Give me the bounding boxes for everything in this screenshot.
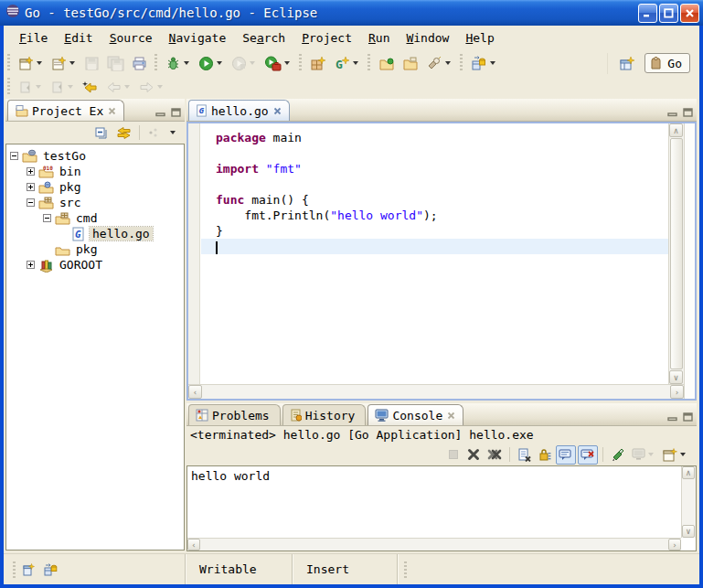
maximize-view-icon[interactable] — [171, 108, 181, 117]
previous-annotation-button[interactable] — [16, 78, 46, 97]
history-tab[interactable]: History — [282, 404, 367, 425]
terminate-button[interactable] — [444, 445, 463, 464]
collapse-all-button[interactable] — [91, 123, 112, 143]
open-folder-button[interactable] — [399, 53, 421, 74]
toolbar-drag-handle[interactable] — [154, 54, 158, 72]
open-console-button[interactable] — [660, 445, 690, 465]
tree-item-goroot[interactable]: GOROOT — [6, 257, 184, 273]
editor-tab-hello-go[interactable]: G hello.go — [188, 100, 290, 121]
menu-help[interactable]: Help — [457, 28, 502, 48]
new-wizard-button[interactable] — [16, 53, 47, 74]
console-horizontal-scrollbar[interactable]: ‹ › — [187, 538, 681, 551]
toolbar-drag-handle[interactable] — [6, 78, 11, 96]
collapse-expander-icon[interactable] — [43, 214, 51, 222]
new-go-element-button[interactable]: G — [331, 53, 363, 74]
toolbar-drag-handle[interactable] — [6, 54, 11, 72]
minimize-button[interactable] — [638, 4, 657, 23]
tree-item-src[interactable]: src — [6, 195, 184, 210]
tree-item-bin[interactable]: 010 bin — [6, 164, 184, 179]
import-folder-button[interactable] — [376, 53, 398, 74]
show-stderr-icon — [581, 448, 595, 462]
close-tab-icon[interactable] — [446, 411, 456, 421]
statusbar-drag-handle[interactable] — [404, 561, 409, 578]
profile-button[interactable] — [229, 53, 260, 74]
tree-item-pkg2[interactable]: pkg — [6, 241, 184, 257]
save-button[interactable] — [81, 53, 102, 74]
menu-source[interactable]: Source — [101, 28, 161, 48]
expand-expander-icon[interactable] — [27, 261, 35, 269]
maximize-view-icon[interactable] — [683, 108, 693, 117]
debug-button[interactable] — [163, 53, 194, 74]
tree-item-testGo[interactable]: testGo — [6, 148, 184, 164]
console-vertical-scrollbar[interactable]: ∧ ∨ — [681, 466, 696, 538]
save-all-icon — [107, 56, 124, 71]
filters-button[interactable] — [144, 123, 163, 142]
maximize-button[interactable] — [659, 4, 678, 23]
new-project-button[interactable] — [307, 53, 329, 74]
minimize-view-icon[interactable] — [667, 108, 678, 117]
menu-navigate[interactable]: Navigate — [161, 28, 235, 48]
tree-item-cmd[interactable]: cmd — [6, 210, 184, 226]
explorer-toolbar — [5, 122, 185, 144]
clear-console-button[interactable] — [515, 445, 534, 465]
menu-file[interactable]: File — [11, 28, 56, 48]
code-editor[interactable]: package main import "fmt" func main() { … — [186, 122, 697, 401]
external-tools-button[interactable] — [261, 53, 294, 74]
link-with-editor-button[interactable] — [113, 123, 134, 143]
menu-window[interactable]: Window — [398, 28, 457, 48]
toolbar-drag-handle[interactable] — [459, 54, 463, 72]
problems-tab[interactable]: Problems — [188, 404, 281, 425]
close-button[interactable] — [680, 4, 699, 23]
console-tab[interactable]: Console — [367, 404, 463, 425]
run-button[interactable] — [196, 53, 227, 74]
launch-progress-button[interactable] — [40, 560, 61, 580]
display-selected-console-button[interactable] — [629, 445, 658, 464]
menu-project[interactable]: Project — [293, 28, 360, 48]
console-tabbar: Problems History Console — [186, 403, 697, 426]
go-perspective-button[interactable]: Go — [644, 53, 690, 73]
close-icon — [685, 8, 695, 18]
remove-launch-button[interactable] — [464, 445, 483, 464]
next-annotation-button[interactable] — [48, 78, 78, 97]
show-stdout-toggle[interactable] — [556, 445, 576, 465]
console-output-area[interactable]: hello world ∧ ∨ ‹ › — [186, 465, 697, 551]
remove-all-terminated-button[interactable] — [485, 445, 505, 464]
menu-edit[interactable]: Edit — [56, 28, 101, 48]
collapse-expander-icon[interactable] — [27, 198, 35, 207]
statusbar-drag-handle[interactable] — [13, 561, 17, 578]
fast-view-button[interactable] — [18, 560, 38, 580]
go-file-icon: G — [71, 227, 87, 241]
last-edit-location-button[interactable] — [80, 78, 101, 97]
menu-run[interactable]: Run — [360, 28, 398, 48]
show-stderr-toggle[interactable] — [578, 445, 598, 465]
project-explorer-tab[interactable]: Project Ex — [7, 100, 124, 121]
back-button[interactable] — [103, 78, 134, 97]
toolbar-drag-handle[interactable] — [298, 54, 303, 72]
editor-horizontal-scrollbar[interactable]: ‹ › — [188, 384, 684, 399]
print-button[interactable] — [129, 53, 150, 74]
save-all-button[interactable] — [104, 53, 127, 74]
close-tab-icon[interactable] — [272, 106, 282, 116]
menu-search[interactable]: Search — [234, 28, 293, 48]
maximize-view-icon[interactable] — [683, 412, 693, 422]
editor-vertical-scrollbar[interactable]: ∧ ∨ — [668, 123, 684, 384]
scroll-lock-button[interactable] — [536, 445, 554, 465]
forward-button[interactable] — [136, 78, 167, 97]
view-menu-button[interactable] — [165, 128, 180, 137]
minimize-view-icon[interactable] — [667, 412, 678, 422]
pin-console-button[interactable] — [608, 445, 627, 465]
tree-item-pkg[interactable]: pkg — [6, 179, 184, 195]
new-file-button[interactable] — [48, 53, 80, 74]
expand-expander-icon[interactable] — [27, 167, 35, 176]
toolbar-drag-handle[interactable] — [367, 54, 371, 72]
open-perspective-button[interactable] — [616, 53, 638, 74]
minimize-view-icon[interactable] — [155, 108, 166, 117]
collapse-expander-icon[interactable] — [10, 152, 18, 160]
console-toolbar — [186, 444, 697, 465]
expand-expander-icon[interactable] — [27, 183, 35, 191]
launch-config-button[interactable] — [468, 53, 500, 74]
close-view-icon[interactable] — [107, 106, 117, 116]
search-button[interactable] — [423, 53, 455, 74]
code-area[interactable]: package main import "fmt" func main() { … — [201, 123, 668, 384]
tree-item-hello-go[interactable]: G hello.go — [6, 226, 184, 241]
